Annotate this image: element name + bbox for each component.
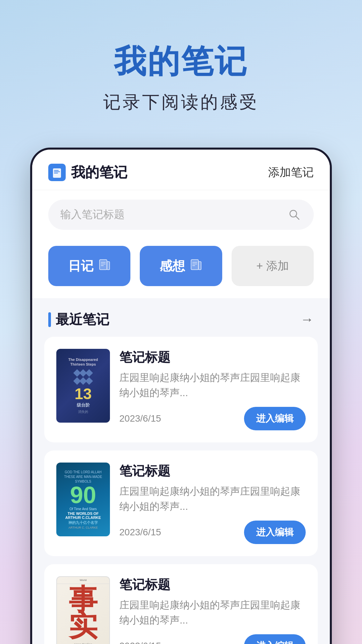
hero-subtitle: 记录下阅读的感受: [103, 91, 259, 114]
note-date-3: 2023/6/15: [119, 641, 161, 644]
add-note-button[interactable]: 添加笔记: [268, 165, 314, 180]
note-excerpt-2: 庄园里响起康纳小姐的琴声庄园里响起康纳小姐的琴声...: [119, 484, 306, 514]
edit-button-1[interactable]: 进入编辑: [244, 407, 306, 430]
phone-frame: 我的笔记 添加笔记 输入笔记标题 日记: [30, 148, 332, 644]
book-cover-3: FACTFULNESS:Ten Reasons We're Wrong Abou…: [56, 576, 110, 644]
edit-button-2[interactable]: 进入编辑: [244, 521, 306, 544]
svg-rect-2: [54, 171, 60, 172]
note-footer-1: 2023/6/15 进入编辑: [119, 407, 306, 430]
svg-rect-12: [198, 262, 201, 270]
note-title-2: 笔记标题: [119, 463, 306, 480]
thoughts-icon: [190, 258, 202, 274]
svg-rect-7: [107, 262, 110, 270]
thoughts-category-button[interactable]: 感想: [140, 246, 222, 286]
diary-category-button[interactable]: 日记: [48, 246, 130, 286]
note-card-3: FACTFULNESS:Ten Reasons We're Wrong Abou…: [44, 564, 318, 644]
hero-section: 我的笔记 记录下阅读的感受: [0, 0, 362, 134]
svg-rect-3: [54, 173, 58, 173]
note-footer-2: 2023/6/15 进入编辑: [119, 521, 306, 544]
note-card-2: GOD THE LORD ALLAH THESE ARE MAN-MADE SY…: [44, 450, 318, 556]
svg-rect-1: [54, 170, 59, 171]
header-left: 我的笔记: [48, 163, 127, 182]
app-logo-icon: [48, 164, 66, 181]
note-card-1: The DisappearedThirteen Steps 13 级台阶 消失的…: [44, 337, 318, 442]
note-footer-3: 2023/6/15 进入编辑: [119, 634, 306, 644]
accent-bar: [48, 312, 51, 327]
recent-arrow-button[interactable]: →: [300, 312, 314, 327]
recent-notes-section: 最近笔记 → The DisappearedThirteen Steps 13 …: [32, 298, 330, 644]
search-bar[interactable]: 输入笔记标题: [48, 200, 314, 230]
note-content-1: 笔记标题 庄园里响起康纳小姐的琴声庄园里响起康纳小姐的琴声... 2023/6/…: [119, 349, 306, 430]
thoughts-label: 感想: [160, 258, 185, 275]
svg-rect-6: [100, 260, 107, 270]
diary-label: 日记: [68, 258, 94, 275]
recent-title-wrap: 最近笔记: [48, 310, 109, 329]
app-header: 我的笔记 添加笔记: [32, 150, 330, 190]
svg-line-5: [296, 216, 299, 219]
note-excerpt-3: 庄园里响起康纳小姐的琴声庄园里响起康纳小姐的琴声...: [119, 597, 306, 628]
app-title: 我的笔记: [71, 163, 127, 182]
note-content-2: 笔记标题 庄园里响起康纳小姐的琴声庄园里响起康纳小姐的琴声... 2023/6/…: [119, 463, 306, 544]
svg-rect-11: [191, 260, 198, 270]
search-icon[interactable]: [287, 207, 302, 222]
note-date-1: 2023/6/15: [119, 413, 161, 424]
recent-header: 最近笔记 →: [44, 298, 318, 337]
category-section: 日记 感想: [32, 239, 330, 298]
book-cover-1: The DisappearedThirteen Steps 13 级台阶 消失的: [56, 349, 110, 423]
add-label: + 添加: [256, 258, 289, 274]
note-title-1: 笔记标题: [119, 349, 306, 366]
search-placeholder-text: 输入笔记标题: [60, 207, 282, 222]
diary-icon: [98, 258, 111, 274]
book-cover-2: GOD THE LORD ALLAH THESE ARE MAN-MADE SY…: [56, 463, 110, 536]
note-date-2: 2023/6/15: [119, 527, 161, 538]
recent-title: 最近笔记: [56, 310, 109, 329]
search-section: 输入笔记标题: [32, 190, 330, 239]
note-title-3: 笔记标题: [119, 576, 306, 593]
edit-button-3[interactable]: 进入编辑: [244, 634, 306, 644]
note-content-3: 笔记标题 庄园里响起康纳小姐的琴声庄园里响起康纳小姐的琴声... 2023/6/…: [119, 576, 306, 644]
hero-title: 我的笔记: [114, 40, 248, 84]
add-category-button[interactable]: + 添加: [232, 246, 314, 286]
note-excerpt-1: 庄园里响起康纳小姐的琴声庄园里响起康纳小姐的琴声...: [119, 370, 306, 400]
